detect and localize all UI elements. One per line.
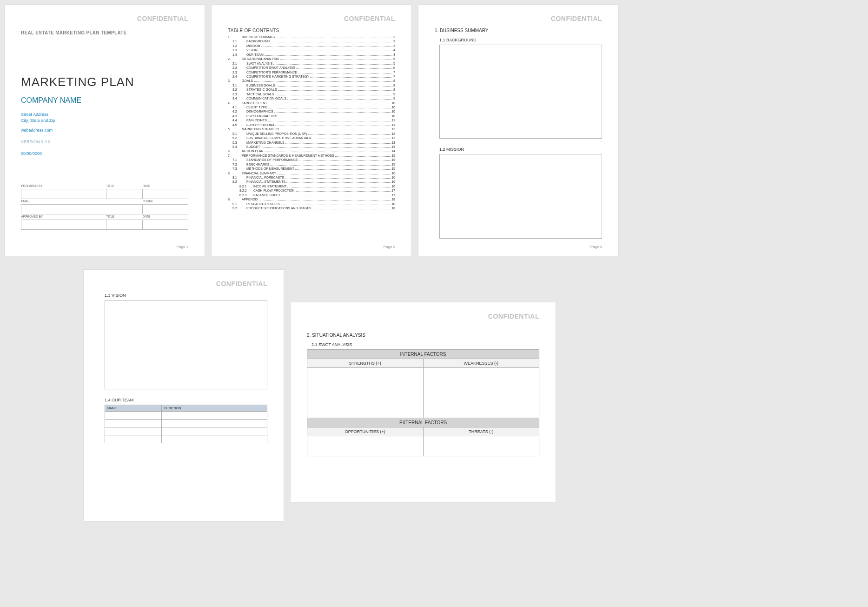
document-date: 00/00/0000 [21, 151, 188, 156]
swot-weaknesses-cell[interactable] [423, 368, 539, 418]
subsection-background: 1.1 BACKGROUND [439, 38, 602, 42]
team-col-function: FUNCTION [162, 405, 267, 412]
approved-by-input[interactable] [21, 220, 106, 230]
approved-by-label: APPROVED BY [21, 214, 106, 220]
email-input[interactable] [21, 205, 143, 214]
swot-opportunities-head: OPPORTUNITIES (+) [307, 427, 424, 436]
toc-entry: 1.1BACKGROUND3 [228, 39, 395, 43]
team-cell[interactable] [162, 412, 267, 420]
team-cell[interactable] [105, 420, 162, 427]
toc-entry: 7.3METHODS OF MEASUREMENT15 [228, 167, 395, 171]
toc-entry: 4.3PSYCHOGRAPHICS10 [228, 114, 395, 118]
date-input-2[interactable] [143, 220, 188, 230]
team-cell[interactable] [162, 427, 267, 435]
subsection-vision: 1.3 VISION [105, 293, 267, 298]
subsection-mission: 1.2 MISSION [439, 147, 602, 152]
toc-entry: 1.2MISSION3 [228, 44, 395, 48]
toc-entry: 5.3MARKETING CHANNELS13 [228, 140, 395, 145]
toc-entry: 5.MARKETING STRATEGY12 [228, 127, 395, 131]
page-1: CONFIDENTIAL REAL ESTATE MARKETING PLAN … [5, 5, 205, 256]
toc-entry: 3.3TACTICAL GOALS9 [228, 92, 395, 96]
toc-entry: 2.4COMPETITOR'S MARKETING STRATEGY7 [228, 74, 395, 79]
toc-entry: 7.PERFORMANCE STANDARDS & MEASUREMENT ME… [228, 153, 395, 158]
toc-heading: TABLE OF CONTENTS [228, 28, 395, 33]
prepared-by-input[interactable] [21, 189, 106, 199]
page-number: Page 2 [384, 245, 395, 249]
toc-entry: 1.4OUR TEAM4 [228, 53, 395, 57]
street-address: Street Address [21, 112, 188, 118]
swot-table: INTERNAL FACTORS STRENGTHS (+) WEAKNESSE… [307, 349, 539, 456]
swot-threats-cell[interactable] [423, 436, 539, 456]
confidential-label: CONFIDENTIAL [216, 280, 267, 287]
swot-internal-head: INTERNAL FACTORS [307, 350, 539, 359]
mission-content-box[interactable] [439, 154, 602, 239]
swot-strengths-cell[interactable] [307, 368, 424, 418]
version-label: VERSION 0.0.0 [21, 140, 188, 144]
team-cell[interactable] [105, 412, 162, 420]
toc-entry: 5.4BUDGET13 [228, 145, 395, 149]
confidential-label: CONFIDENTIAL [137, 15, 188, 22]
toc-entry: 1.BUSINESS SUMMARY3 [228, 35, 395, 39]
section-heading: 2. SITUATIONAL ANALYSIS [307, 333, 539, 338]
toc-entry: 7.1STANDARDS OF PERFORMANCE15 [228, 158, 395, 162]
toc-entry: 8.2.2CASH FLOW PROJECTION17 [228, 188, 395, 193]
toc-entry: 4.5BUYER PERSONA11 [228, 123, 395, 127]
page-number: Page 3 [590, 245, 602, 249]
toc-entry: 2.2COMPETITOR SWOT ANALYSIS6 [228, 66, 395, 70]
toc-entry: 2.1SWOT ANALYSIS5 [228, 61, 395, 66]
toc-entry: 5.2SUSTAINABLE COMPETITIVE ADVANTAGE12 [228, 136, 395, 140]
swot-threats-head: THREATS (-) [423, 427, 539, 436]
toc-entry: 8.2FINANCIAL STATEMENTS16 [228, 180, 395, 184]
team-cell[interactable] [162, 435, 267, 443]
toc-entry: 8.1FINANCIAL FORECASTS16 [228, 175, 395, 180]
title-label-2: TITLE [106, 214, 142, 220]
page-3: CONFIDENTIAL 1. BUSINESS SUMMARY 1.1 BAC… [418, 5, 618, 256]
toc-entry: 5.1UNIQUE SELLING PROPOSITION (USP)12 [228, 132, 395, 136]
toc-entry: 8.2.3BALANCE SHEET17 [228, 193, 395, 197]
toc-entry: 9.APPENDIX18 [228, 197, 395, 201]
company-name: COMPANY NAME [21, 96, 188, 105]
team-cell[interactable] [105, 435, 162, 443]
email-label: EMAIL [21, 199, 143, 205]
phone-label: PHONE [143, 199, 188, 205]
toc-entry: 6.ACTION PLAN14 [228, 149, 395, 153]
phone-input[interactable] [143, 205, 188, 214]
title-label: TITLE [106, 184, 142, 189]
background-content-box[interactable] [439, 45, 602, 139]
toc-entry: 3.GOALS8 [228, 79, 395, 83]
swot-weaknesses-head: WEAKNESSES (-) [423, 359, 539, 368]
toc-entry: 1.3VISION4 [228, 48, 395, 52]
confidential-label: CONFIDENTIAL [551, 15, 602, 22]
toc-entry: 3.1BUSINESS GOALS8 [228, 83, 395, 87]
vision-content-box[interactable] [105, 300, 267, 389]
confidential-label: CONFIDENTIAL [344, 15, 395, 22]
toc-entry: 4.4PAIN POINTS11 [228, 118, 395, 122]
page-number: Page 1 [177, 245, 188, 249]
date-label: DATE [143, 184, 188, 189]
toc-entry: 8.FINANCIAL SUMMARY16 [228, 171, 395, 175]
toc-entry: 3.4COMMUNICATION GOALS9 [228, 96, 395, 100]
confidential-label: CONFIDENTIAL [488, 313, 539, 320]
date-label-2: DATE [143, 214, 188, 220]
toc-entry: 9.2PRODUCT SPECIFICATIONS AND IMAGES18 [228, 206, 395, 210]
team-cell[interactable] [105, 427, 162, 435]
template-title: REAL ESTATE MARKETING PLAN TEMPLATE [21, 30, 188, 35]
toc-entry: 3.2STRATEGIC GOALS8 [228, 87, 395, 92]
page-2: CONFIDENTIAL TABLE OF CONTENTS 1.BUSINES… [212, 5, 411, 256]
address-block: Street Address City, State and Zip [21, 112, 188, 123]
date-input[interactable] [143, 189, 188, 199]
table-of-contents: 1.BUSINESS SUMMARY31.1BACKGROUND31.2MISS… [228, 35, 395, 211]
section-heading: 1. BUSINESS SUMMARY [435, 28, 602, 33]
page-5: CONFIDENTIAL 2. SITUATIONAL ANALYSIS 2.1… [291, 302, 556, 502]
subsection-our-team: 1.4 OUR TEAM [105, 398, 267, 402]
toc-entry: 4.1CLIENT TYPE10 [228, 105, 395, 109]
title-input-2[interactable] [106, 220, 142, 230]
subsection-swot: 2.1 SWOT ANALYSIS [311, 342, 539, 347]
swot-opportunities-cell[interactable] [307, 436, 424, 456]
toc-entry: 4.2DEMOGRAPHICS10 [228, 109, 395, 113]
team-col-name: NAME [105, 405, 162, 412]
toc-entry: 9.1RESEARCH RESULTS18 [228, 202, 395, 206]
toc-entry: 2.SITUATIONAL ANALYSIS5 [228, 57, 395, 61]
title-input[interactable] [106, 189, 142, 199]
team-cell[interactable] [162, 420, 267, 427]
